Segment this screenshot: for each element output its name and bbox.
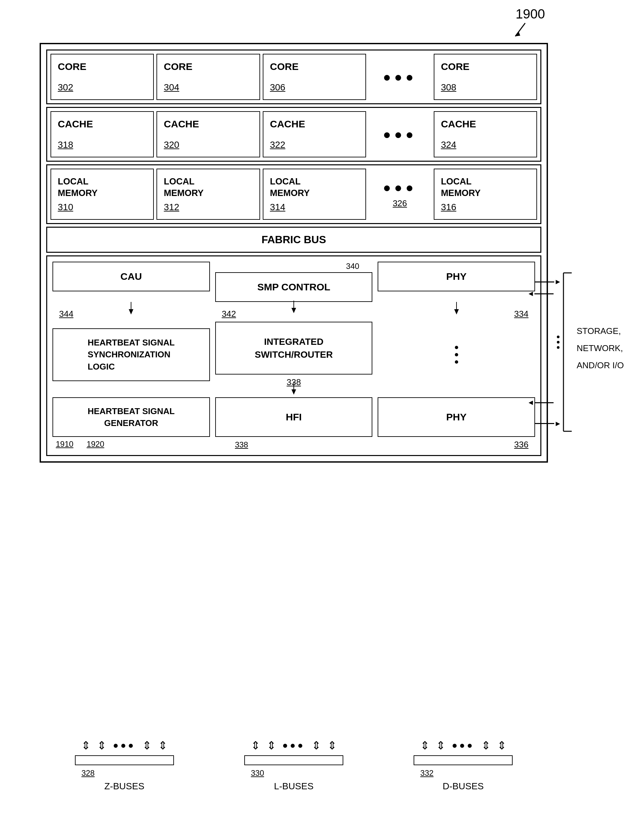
localmem-312-label: LOCALMEMORY (164, 176, 253, 199)
heartbeat-logic-cell: HEARTBEAT SIGNALSYNCHRONIZATIONLOGIC (52, 328, 210, 381)
cache-324-number: 324 (441, 139, 530, 150)
cores-dots: ●●● (369, 54, 431, 100)
z-buses-label: Z-BUSES (104, 781, 144, 792)
localmem-316-cell: LOCALMEMORY 316 (434, 169, 537, 220)
core-308-label: CORE (441, 61, 530, 72)
localmem-310-cell: LOCALMEMORY 310 (51, 169, 154, 220)
cau-number: 344 (59, 309, 73, 319)
main-outer-box: CORE 302 CORE 304 CORE 306 ●●● CORE 308 … (40, 43, 548, 463)
svg-marker-5 (291, 308, 296, 313)
hfi-cell: HFI (215, 397, 373, 437)
cache-324-cell: CACHE 324 (434, 111, 537, 158)
svg-marker-9 (291, 389, 296, 395)
l-buses-group: ⇕ ⇕ ●●● ⇕ ⇕ 330 L-BUSES (244, 739, 343, 792)
svg-marker-3 (129, 309, 133, 314)
smp-arrow (289, 300, 299, 314)
core-306-cell: CORE 306 (263, 54, 366, 100)
l-buses-box (244, 755, 343, 765)
core-304-label: CORE (164, 61, 253, 72)
core-304-cell: CORE 304 (156, 54, 260, 100)
localmem-312-cell: LOCALMEMORY 312 (156, 169, 260, 220)
heartbeat-gen-cell: HEARTBEAT SIGNALGENERATOR (52, 397, 210, 437)
core-308-cell: CORE 308 (434, 54, 537, 100)
localmem-314-label: LOCALMEMORY (270, 176, 359, 199)
cache-322-number: 322 (270, 139, 359, 150)
l-buses-arrows: ⇕ ⇕ ●●● ⇕ ⇕ (251, 739, 337, 752)
phy-bottom-container: PHY ► 336 (378, 397, 535, 450)
phy-top-arrow-down (452, 302, 462, 315)
cau-container: CAU 344 (52, 262, 210, 302)
smp-number: 342 (222, 309, 236, 319)
l-buses-number: 330 (251, 769, 264, 778)
z-dots: ●●● (113, 740, 136, 751)
localmem-310-label: LOCALMEMORY (58, 176, 147, 199)
smp-container: 340 SMP CONTROL 342 (215, 262, 373, 302)
hfi-ref-338: 338 (235, 440, 248, 449)
num-1910: 1910 (56, 440, 73, 449)
d-buses-label: D-BUSES (443, 781, 484, 792)
svg-marker-1 (515, 31, 520, 36)
figure-number: 1900 (515, 7, 545, 21)
z-buses-box (75, 755, 174, 765)
cache-322-label: CACHE (270, 118, 359, 130)
figure-arrow (512, 20, 532, 40)
d-buses-group: ⇕ ⇕ ●●● ⇕ ⇕ 332 D-BUSES (414, 739, 513, 792)
fabric-bus: FABRIC BUS (46, 227, 541, 253)
cache-322-cell: CACHE 322 (263, 111, 366, 158)
z-buses-number: 328 (81, 769, 95, 778)
localmem-316-label: LOCALMEMORY (441, 176, 530, 199)
core-302-number: 302 (58, 82, 147, 93)
smp-cell: SMP CONTROL (215, 272, 373, 302)
l-dots: ●●● (282, 740, 305, 751)
phy-bottom-cell: PHY (378, 397, 535, 437)
cache-324-label: CACHE (441, 118, 530, 130)
smp-ref-340: 340 (215, 262, 359, 271)
phy-top-container: PHY ► 334 (378, 262, 535, 302)
cache-dots: ●●● (369, 111, 431, 158)
switch-router-container: INTEGRATEDSWITCH/ROUTER 338 (215, 322, 373, 388)
cache-318-cell: CACHE 318 (51, 111, 154, 158)
local-memory-row: LOCALMEMORY 310 LOCALMEMORY 312 LOCALMEM… (46, 164, 541, 224)
cau-arrow (126, 302, 136, 315)
phy-top-number: 334 (514, 309, 529, 319)
heartbeat-gen-container: HEARTBEAT SIGNALGENERATOR 1910 1920 (52, 397, 210, 449)
bracket-svg (554, 270, 573, 435)
cache-318-label: CACHE (58, 118, 147, 130)
hfi-container: HFI 338 (215, 397, 373, 437)
bus-section: ⇕ ⇕ ●●● ⇕ ⇕ 328 Z-BUSES ⇕ ⇕ (40, 739, 548, 792)
lower-section: CAU 344 340 SMP CONTROL (46, 256, 541, 456)
lower-row2: HEARTBEAT SIGNALSYNCHRONIZATIONLOGIC INT… (52, 322, 535, 388)
l-buses-label: L-BUSES (274, 781, 314, 792)
heartbeat-logic-container: HEARTBEAT SIGNALSYNCHRONIZATIONLOGIC (52, 328, 210, 381)
switch-router-cell: INTEGRATEDSWITCH/ROUTER (215, 322, 373, 375)
localmem-314-cell: LOCALMEMORY 314 (263, 169, 366, 220)
cores-row: CORE 302 CORE 304 CORE 306 ●●● CORE 308 (46, 49, 541, 104)
z-buses-arrows: ⇕ ⇕ ●●● ⇕ ⇕ (81, 739, 167, 752)
cau-cell: CAU (52, 262, 210, 291)
localmem-312-number: 312 (164, 202, 253, 213)
svg-marker-7 (454, 309, 459, 314)
d-buses-box (414, 755, 513, 765)
cache-318-number: 318 (58, 139, 147, 150)
cache-320-cell: CACHE 320 (156, 111, 260, 158)
localmem-dots: ●●● 326 (369, 169, 431, 220)
d-buses-number: 332 (420, 769, 433, 778)
localmem-310-number: 310 (58, 202, 147, 213)
phy-dots-col (378, 328, 535, 381)
lower-row3: HEARTBEAT SIGNALGENERATOR 1910 1920 HFI (52, 397, 535, 450)
localmem-316-number: 316 (441, 202, 530, 213)
phy-top-cell: PHY (378, 262, 535, 291)
num-1920: 1920 (86, 440, 104, 449)
lower-row1: CAU 344 340 SMP CONTROL (52, 262, 535, 302)
d-dots: ●●● (452, 740, 475, 751)
core-304-number: 304 (164, 82, 253, 93)
phy-bottom-number: 336 (378, 440, 535, 450)
localmem-314-number: 314 (270, 202, 359, 213)
cache-320-label: CACHE (164, 118, 253, 130)
cache-320-number: 320 (164, 139, 253, 150)
core-308-number: 308 (441, 82, 530, 93)
d-buses-arrows: ⇕ ⇕ ●●● ⇕ ⇕ (420, 739, 506, 752)
heartbeat-gen-numbers: 1910 1920 (52, 440, 210, 449)
core-302-label: CORE (58, 61, 147, 72)
z-buses-group: ⇕ ⇕ ●●● ⇕ ⇕ 328 Z-BUSES (75, 739, 174, 792)
